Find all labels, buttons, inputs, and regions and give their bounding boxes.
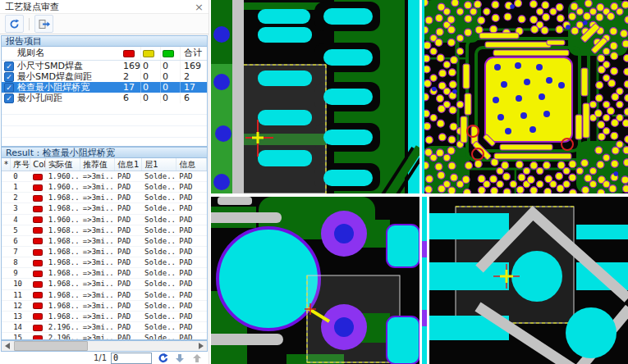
result-recommended-value: =>3mi... bbox=[80, 280, 115, 288]
refresh-button[interactable] bbox=[5, 15, 24, 33]
result-info2: PAD bbox=[176, 248, 207, 256]
rule-yellow-count: 0 bbox=[141, 61, 161, 71]
result-col-header[interactable]: 信息 bbox=[176, 158, 207, 171]
rule-row[interactable]: ✓检查最小阻焊桥宽170017 bbox=[2, 82, 207, 93]
scroll-left-arrow-icon[interactable] bbox=[2, 341, 13, 351]
empty-rule-row bbox=[2, 103, 207, 115]
goto-page-button[interactable] bbox=[156, 353, 169, 364]
result-row[interactable]: 21.968...=>3mi...PADSolde...PAD bbox=[2, 193, 207, 203]
result-info1: PAD bbox=[115, 226, 142, 234]
result-row[interactable]: 152.196...=>3mi...PADSolde...PAD bbox=[2, 333, 207, 340]
pcb-view-smd-pads[interactable] bbox=[211, 0, 419, 193]
result-row[interactable]: 01.960...=>3mi...PADSolde...PAD bbox=[2, 171, 207, 182]
corner-pad-circle bbox=[566, 307, 617, 358]
result-col-header[interactable]: * bbox=[2, 158, 11, 171]
result-row[interactable]: 31.968...=>3mi...PADSolde...PAD bbox=[2, 203, 207, 214]
result-actual-value: 1.968... bbox=[46, 258, 80, 266]
rule-row[interactable]: ✓最小孔间距6006 bbox=[2, 93, 207, 103]
result-layer1: Solde... bbox=[142, 216, 176, 224]
result-no: 0 bbox=[11, 172, 30, 180]
yellow-count-header[interactable] bbox=[141, 47, 161, 60]
result-row[interactable]: 61.968...=>3mi...PADSolde...PAD bbox=[2, 236, 207, 247]
rule-row[interactable]: ✓最小SMD焊盘间距2002 bbox=[2, 71, 207, 82]
result-col-header[interactable]: 信息1 bbox=[115, 158, 142, 171]
panel-titlebar: 工艺疑点审查 × bbox=[0, 0, 209, 13]
result-info1: PAD bbox=[115, 193, 142, 202]
previous-defect-button[interactable] bbox=[190, 353, 204, 364]
result-row[interactable]: 131.968...=>3mi...PADSolde...PAD bbox=[2, 312, 207, 322]
result-row[interactable]: 11.960...=>3mi...PADSolde...PAD bbox=[2, 182, 207, 193]
result-severity bbox=[30, 334, 45, 340]
result-row[interactable]: 51.968...=>3mi...PADSolde...PAD bbox=[2, 225, 207, 236]
result-recommended-value: =>3mi... bbox=[80, 216, 115, 224]
result-row[interactable]: 81.968...=>3mi...PADSolde...PAD bbox=[2, 257, 207, 268]
result-row[interactable]: 142.196...=>3mi...PADSolde...PAD bbox=[2, 322, 207, 333]
result-no: 6 bbox=[11, 237, 30, 245]
result-info2: PAD bbox=[176, 216, 207, 224]
result-info1: PAD bbox=[115, 216, 142, 224]
empty-rule-row bbox=[2, 115, 207, 126]
rule-checkbox[interactable]: ✓ bbox=[4, 93, 14, 103]
page-number-input[interactable] bbox=[111, 353, 152, 364]
result-col-header[interactable]: 序号 bbox=[11, 158, 30, 171]
rule-name: 小尺寸SMD焊盘 bbox=[16, 61, 121, 71]
scrollbar-thumb[interactable] bbox=[14, 341, 88, 351]
result-row[interactable]: 101.968...=>3mi...PADSolde...PAD bbox=[2, 279, 207, 289]
result-info1: PAD bbox=[115, 302, 142, 310]
arrow-down-icon bbox=[175, 353, 185, 363]
rule-checkbox[interactable]: ✓ bbox=[4, 61, 14, 71]
rule-checkbox[interactable]: ✓ bbox=[4, 83, 14, 93]
result-layer1: Solde... bbox=[142, 323, 176, 331]
horizontal-scrollbar[interactable] bbox=[1, 340, 208, 352]
result-info1: PAD bbox=[115, 291, 142, 299]
result-actual-value: 1.968... bbox=[46, 291, 80, 299]
result-info1: PAD bbox=[115, 248, 142, 256]
result-info2: PAD bbox=[176, 280, 207, 288]
red-count-header[interactable] bbox=[121, 47, 141, 60]
page-indicator: 1/1 bbox=[94, 353, 107, 362]
result-col-header[interactable]: 层1 bbox=[142, 158, 176, 171]
result-severity bbox=[30, 302, 45, 310]
refresh-icon bbox=[8, 18, 21, 30]
result-col-header[interactable]: 实际值 bbox=[46, 158, 80, 171]
result-severity bbox=[30, 312, 45, 321]
result-col-header[interactable]: Col bbox=[30, 158, 46, 171]
close-icon[interactable]: × bbox=[195, 2, 204, 12]
rule-checkbox[interactable]: ✓ bbox=[4, 72, 14, 82]
rule-row[interactable]: ✓小尺寸SMD焊盘16900169 bbox=[2, 61, 207, 71]
rule-red-count: 169 bbox=[121, 61, 141, 71]
scroll-right-arrow-icon[interactable] bbox=[195, 341, 207, 351]
result-severity bbox=[30, 269, 45, 277]
green-count-header[interactable] bbox=[161, 47, 181, 60]
result-row[interactable]: 41.960...=>3mi...PADSolde...PAD bbox=[2, 215, 207, 225]
severity-red-icon bbox=[33, 260, 43, 266]
result-no: 4 bbox=[11, 216, 30, 224]
next-defect-button[interactable] bbox=[173, 353, 186, 364]
result-table: *序号Col实际值推荐值信息1层1信息 01.960...=>3mi...PAD… bbox=[1, 158, 208, 340]
pcb-view-bga[interactable] bbox=[422, 0, 628, 193]
result-info2: PAD bbox=[176, 226, 207, 234]
total-header[interactable]: 合计 bbox=[181, 47, 207, 60]
result-col-header[interactable]: 推荐值 bbox=[80, 158, 115, 171]
result-no: 9 bbox=[11, 269, 30, 277]
result-recommended-value: =>3mi... bbox=[80, 183, 115, 191]
result-layer1: Solde... bbox=[142, 312, 176, 321]
result-table-header: *序号Col实际值推荐值信息1层1信息 bbox=[2, 158, 207, 171]
result-actual-value: 2.196... bbox=[46, 334, 80, 340]
result-row[interactable]: 91.968...=>3mi...PADSolde...PAD bbox=[2, 268, 207, 279]
rule-name-header[interactable]: 规则名 bbox=[16, 47, 121, 60]
result-row[interactable]: 111.968...=>3mi...PADSolde...PAD bbox=[2, 290, 207, 301]
rules-table-header: 规则名 合计 bbox=[2, 47, 207, 61]
panel-title: 工艺疑点审查 bbox=[5, 1, 195, 13]
export-report-button[interactable] bbox=[34, 15, 53, 33]
arrow-up-icon bbox=[192, 353, 202, 363]
pcb-view-soldermask-bridge[interactable] bbox=[422, 197, 628, 364]
result-actual-value: 1.968... bbox=[46, 237, 80, 245]
result-recommended-value: =>3mi... bbox=[80, 237, 115, 245]
result-recommended-value: =>3mi... bbox=[80, 172, 115, 180]
result-row[interactable]: 71.968...=>3mi...PADSolde...PAD bbox=[2, 247, 207, 257]
result-row[interactable]: 121.968...=>3mi...PADSolde...PAD bbox=[2, 301, 207, 312]
result-header-bar: Result : 检查最小阻焊桥宽 bbox=[1, 147, 208, 158]
result-info2: PAD bbox=[176, 269, 207, 277]
pcb-view-vias[interactable] bbox=[211, 197, 419, 364]
